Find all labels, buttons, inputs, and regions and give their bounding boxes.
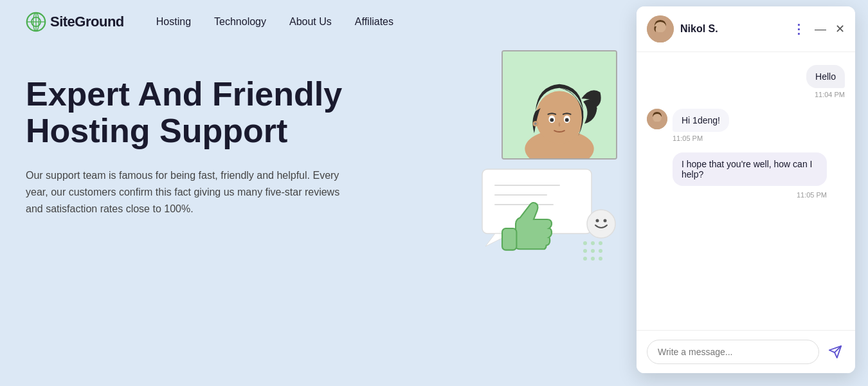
- message-2: Hi 1deng! 11:05 PM: [647, 109, 845, 142]
- message-3: I hope that you're well, how can I help?…: [647, 152, 845, 199]
- svg-point-30: [604, 219, 607, 223]
- svg-point-21: [599, 241, 602, 245]
- chat-input-area: [637, 330, 855, 373]
- nav-item-about[interactable]: About Us: [289, 16, 332, 28]
- message-3-time: 11:05 PM: [673, 191, 827, 199]
- hero-text-block: Expert And Friendly Hosting Support Our …: [26, 69, 399, 217]
- portrait-illustration: [502, 50, 617, 160]
- message-2-time: 11:05 PM: [673, 134, 729, 142]
- svg-point-28: [587, 210, 615, 238]
- svg-rect-18: [502, 228, 516, 250]
- chat-send-button[interactable]: [826, 342, 845, 362]
- nav-item-affiliates[interactable]: Affiliates: [355, 16, 393, 28]
- message-1-bubble: Hello: [806, 65, 845, 88]
- agent-avatar: [647, 15, 674, 42]
- minimize-icon[interactable]: —: [815, 23, 826, 36]
- thumbs-illustration: [476, 166, 617, 269]
- close-icon[interactable]: ✕: [835, 22, 845, 36]
- more-icon[interactable]: ⋮: [792, 21, 806, 37]
- svg-point-29: [596, 219, 599, 223]
- send-icon: [828, 345, 842, 359]
- svg-point-24: [599, 249, 602, 253]
- message-1-time: 11:04 PM: [815, 91, 845, 98]
- nav-item-technology[interactable]: Technology: [214, 16, 266, 28]
- message-2-content: Hi 1deng! 11:05 PM: [673, 109, 729, 142]
- logo-icon: [26, 12, 46, 32]
- svg-point-7: [536, 91, 583, 144]
- svg-point-23: [591, 249, 595, 253]
- svg-point-19: [583, 241, 587, 245]
- svg-point-20: [591, 241, 595, 245]
- agent-avatar-small: [647, 109, 667, 129]
- svg-point-27: [599, 257, 602, 261]
- chat-widget: Nikol S. ⋮ — ✕ Hello 11:04 PM Hi: [637, 6, 855, 373]
- message-3-content: I hope that you're well, how can I help?…: [673, 152, 827, 199]
- agent-name: Nikol S.: [680, 23, 786, 35]
- message-1: Hello 11:04 PM: [647, 65, 845, 98]
- chat-message-input[interactable]: [647, 340, 819, 364]
- main-nav: Hosting Technology About Us Affiliates: [156, 16, 393, 28]
- svg-point-11: [565, 118, 569, 122]
- hero-illustration: [476, 50, 643, 269]
- svg-point-13: [534, 122, 537, 125]
- hero-title: Expert And Friendly Hosting Support: [26, 76, 399, 149]
- svg-point-26: [591, 257, 595, 261]
- chat-messages: Hello 11:04 PM Hi 1deng! 11:05 PM: [637, 52, 855, 330]
- svg-point-10: [550, 118, 554, 122]
- svg-point-25: [583, 257, 587, 261]
- message-3-bubble: I hope that you're well, how can I help?: [673, 152, 827, 186]
- logo[interactable]: SiteGround: [26, 12, 124, 32]
- svg-point-22: [583, 249, 587, 253]
- logo-text: SiteGround: [50, 14, 124, 30]
- nav-item-hosting[interactable]: Hosting: [156, 16, 191, 28]
- chat-header: Nikol S. ⋮ — ✕: [637, 6, 855, 52]
- message-2-bubble: Hi 1deng!: [673, 109, 729, 132]
- hero-description: Our support team is famous for being fas…: [26, 167, 347, 217]
- chat-header-actions: ⋮ — ✕: [792, 21, 845, 37]
